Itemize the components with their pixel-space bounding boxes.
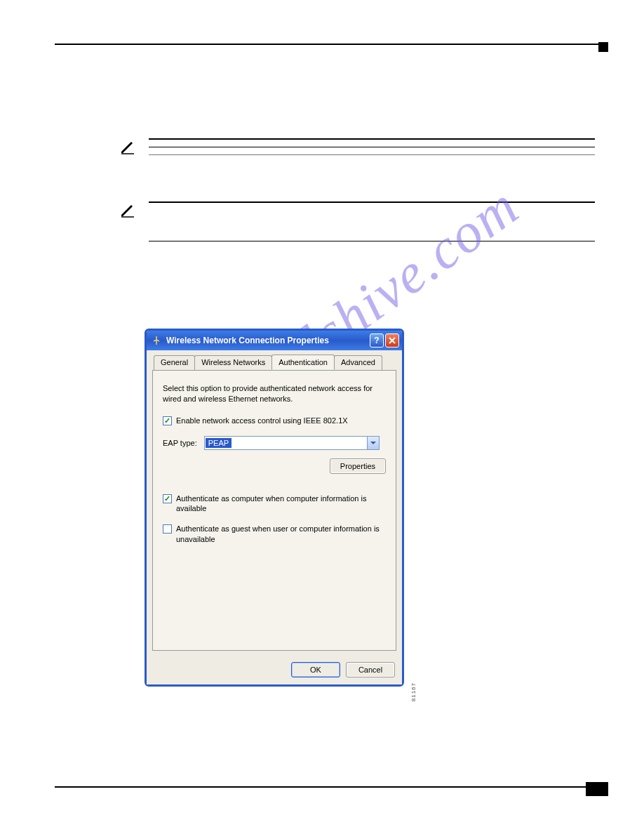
tab-wireless-networks[interactable]: Wireless Networks xyxy=(194,355,272,371)
note1-rule-a xyxy=(149,138,595,140)
enable-8021x-checkbox[interactable] xyxy=(163,416,172,425)
tab-general[interactable]: General xyxy=(154,355,195,371)
pencil-note-icon xyxy=(118,138,137,162)
note1-rule-c xyxy=(149,154,595,155)
pencil-note-icon xyxy=(118,201,137,249)
tab-body-authentication: Select this option to provide authentica… xyxy=(152,370,396,651)
ok-button[interactable]: OK xyxy=(291,662,340,677)
page-bottom-rule xyxy=(55,786,598,788)
eap-type-label: EAP type: xyxy=(163,439,197,447)
dropdown-arrow-icon[interactable] xyxy=(367,437,379,449)
auth-guest-row[interactable]: Authenticate as guest when user or compu… xyxy=(163,524,386,545)
tab-authentication[interactable]: Authentication xyxy=(271,355,335,370)
auth-description: Select this option to provide authentica… xyxy=(163,383,386,404)
enable-8021x-label: Enable network access control using IEEE… xyxy=(176,416,386,426)
cancel-button[interactable]: Cancel xyxy=(346,662,395,677)
eap-type-dropdown[interactable]: PEAP xyxy=(204,436,380,450)
properties-button[interactable]: Properties xyxy=(330,458,386,474)
auth-computer-checkbox[interactable] xyxy=(163,494,172,503)
note2-rule-a xyxy=(149,201,595,203)
note-block-2 xyxy=(118,201,595,249)
note-block-1 xyxy=(118,138,595,162)
note1-rule-b xyxy=(149,147,595,147)
page-corner-marker-top xyxy=(598,42,608,52)
auth-guest-checkbox[interactable] xyxy=(163,524,172,534)
tab-advanced[interactable]: Advanced xyxy=(334,355,382,371)
auth-computer-label: Authenticate as computer when computer i… xyxy=(176,494,386,515)
page-top-rule xyxy=(55,44,598,45)
auth-computer-row[interactable]: Authenticate as computer when computer i… xyxy=(163,494,386,515)
dialog-title: Wireless Network Connection Properties xyxy=(166,336,368,345)
note2-rule-b xyxy=(149,241,595,241)
tab-strip: General Wireless Networks Authentication… xyxy=(147,350,402,370)
dialog-titlebar[interactable]: Wireless Network Connection Properties ? xyxy=(147,331,402,350)
properties-dialog: Wireless Network Connection Properties ?… xyxy=(145,329,404,687)
page-corner-marker-bottom xyxy=(586,782,608,796)
figure-id: 81167 xyxy=(410,682,417,701)
help-button[interactable]: ? xyxy=(370,333,384,348)
enable-8021x-row[interactable]: Enable network access control using IEEE… xyxy=(163,416,386,426)
auth-guest-label: Authenticate as guest when user or compu… xyxy=(176,524,386,545)
wireless-icon xyxy=(151,335,162,346)
close-button[interactable] xyxy=(385,333,399,348)
dialog-button-row: OK Cancel xyxy=(147,656,402,684)
eap-type-value: PEAP xyxy=(206,438,232,448)
